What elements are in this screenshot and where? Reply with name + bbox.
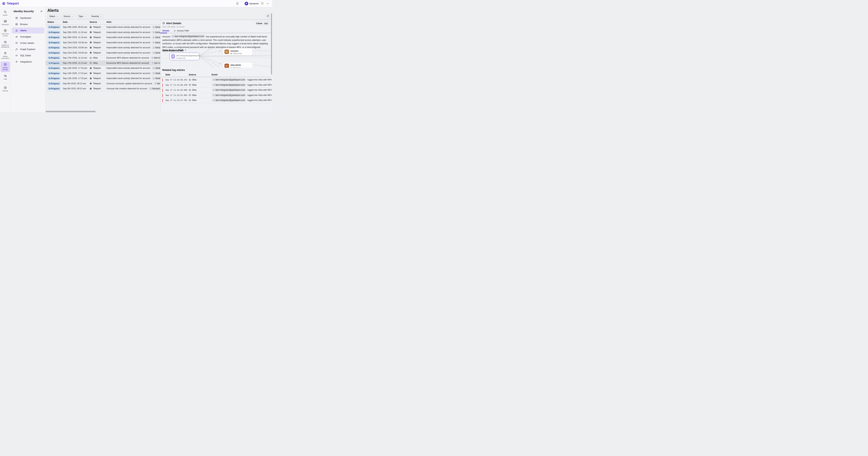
node-reviewer[interactable]: reviewer Teleport Role [223,48,253,55]
account-chip[interactable]: ben+integrator@goteleport.com [212,83,246,86]
node-okta-admin[interactable]: okta-admin Okta Group [223,62,253,68]
log-row[interactable]: Sep 17 11:14:38.241 Okta ben+integrator@… [160,78,271,83]
account-chip[interactable]: benarent [148,87,162,90]
okta-icon [189,89,191,91]
status-badge: In Progress [48,36,61,39]
bell-icon[interactable] [236,2,239,5]
alert-date: Sep 25th 2025, 11:18 am [63,36,90,38]
source-icon [90,36,92,38]
refresh-icon [267,15,269,18]
rail-item-identity-governance[interactable]: Identity Governance [1,50,10,61]
type-filter-button[interactable]: Type [76,14,88,19]
teleport-gear-icon [230,53,232,54]
panel-vertical-scrollbar[interactable] [271,13,272,75]
log-event: ben+integrator@goteleport.com logged int… [212,88,272,91]
account-chip[interactable]: ben+integrator@goteleport.com [212,88,246,91]
list-search-icon [4,74,7,78]
alert-details-panel: Alert Details Close esc Sep 17th 2025, 1… [160,20,272,112]
rail-item-zero-trust-access[interactable]: Zero Trust Access [1,28,10,38]
esc-key-badge: esc [264,22,269,25]
sidebar-item-crown-jewels[interactable]: Crown Jewels [12,40,44,46]
teleport-logo[interactable]: Teleport [0,2,19,5]
log-row[interactable]: Sep 17 11:13:53.963 Okta ben+integrator@… [160,93,271,98]
alert-source: Teleport [90,77,106,80]
log-row[interactable]: Sep 17 11:13:59.046 Okta ben+integrator@… [160,88,271,93]
chevron-down-icon [71,16,73,18]
tab-access-path[interactable]: Access Path [174,30,189,32]
source-icon [90,88,92,90]
panel-tabs: Details Access Path [162,30,189,32]
user-icon [152,57,153,59]
avatar[interactable]: B [245,2,248,5]
collapse-sidebar-icon[interactable] [40,10,43,13]
account-chip[interactable]: ben+integrator@goteleport.com [212,99,246,102]
sidebar-item-graph-explorer[interactable]: Graph Explorer [12,46,44,52]
alert-date: Sep 5th 2025, 09:10 am [63,82,90,85]
chevron-down-icon[interactable] [267,2,269,5]
user-icon [153,67,155,69]
log-row[interactable]: Sep 17 11:14:38.230 Okta ben+integrator@… [160,83,271,88]
filter-bar: Status Source Type Severity [48,14,104,19]
user-icon [150,88,152,90]
warning-shield-icon[interactable] [261,2,264,5]
table-horizontal-scrollbar[interactable] [45,111,95,112]
node-okta-user[interactable]: ben+integrator@goteleport.c... Okta User [169,53,199,60]
severity-filter-button[interactable]: Severity [89,14,104,19]
user-icon [155,83,157,84]
severity-marker [162,78,163,82]
code-icon [15,54,18,57]
status-badge: In Progress [48,41,61,44]
log-source: Okta [189,79,196,81]
source-icon [90,62,92,64]
sidebar-item-investigate[interactable]: Investigate [12,34,44,40]
chevron-down-icon [84,16,86,18]
rail-item-resources[interactable]: Resources [1,18,10,27]
refresh-button[interactable] [266,14,270,18]
log-date: Sep 17 11:14:38.241 [165,79,187,81]
tab-details[interactable]: Details [162,30,169,32]
source-icon [90,47,92,49]
source-icon [90,72,92,74]
sidebar-item-dashboard[interactable]: Dashboard [12,15,44,21]
alert-source: Teleport [90,87,106,90]
rail-item-search[interactable]: Search [1,9,10,18]
servers-icon [4,20,7,23]
rail-item-machine-workload-id[interactable]: Machine & Workload ID [1,39,10,50]
spy-icon [15,35,18,38]
rail-item-audit[interactable]: Audit [1,73,10,82]
shield-check-icon [4,63,7,66]
status-badge: In Progress [48,77,61,80]
source-filter-button[interactable]: Source [62,14,75,19]
view-access-path-link[interactable]: View Access Path [162,49,186,52]
user-icon [213,84,215,86]
sidebar-item-alerts[interactable]: Alerts [12,27,44,33]
sidebar-item-sql-editor[interactable]: SQL Editor [12,53,44,59]
alert-source: Teleport [90,26,106,28]
rail-item-add-new[interactable]: Add New [1,85,10,93]
status-badge: In Progress [48,61,61,65]
alert-source: Teleport [90,52,106,54]
close-button[interactable]: Close esc [255,21,271,26]
account-chip[interactable]: ben+integrator@goteleport.com [212,94,246,97]
status-filter-button[interactable]: Status [48,14,60,19]
sidebar-item-integrations[interactable]: Integrations [12,59,44,65]
account-chip[interactable]: ben+integrator@goteleport.com [212,78,246,81]
alert-date: Sep 12th 2025, 17:23 pm [63,67,90,69]
log-source: Okta [189,84,196,86]
plug-icon [15,60,19,64]
status-badge: In Progress [48,66,61,70]
source-icon [90,77,92,80]
log-date: Sep 17 11:13:59.046 [165,89,187,91]
rail-item-identity-security[interactable]: Identity Security [1,61,10,72]
user-icon [172,35,174,37]
sidebar-item-browse[interactable]: Browse [12,21,44,27]
log-source: Okta [189,94,196,96]
user-icon [213,79,215,81]
divider [2,83,9,83]
user-icon [213,94,215,96]
alert-source: Teleport [90,41,106,44]
crown-icon [15,42,18,44]
severity-marker [162,84,163,87]
log-row[interactable]: Sep 17 11:13:47.701 Okta ben+integrator@… [160,98,271,103]
account-chip[interactable]: ben+integrator@goteleport.com [171,34,205,38]
